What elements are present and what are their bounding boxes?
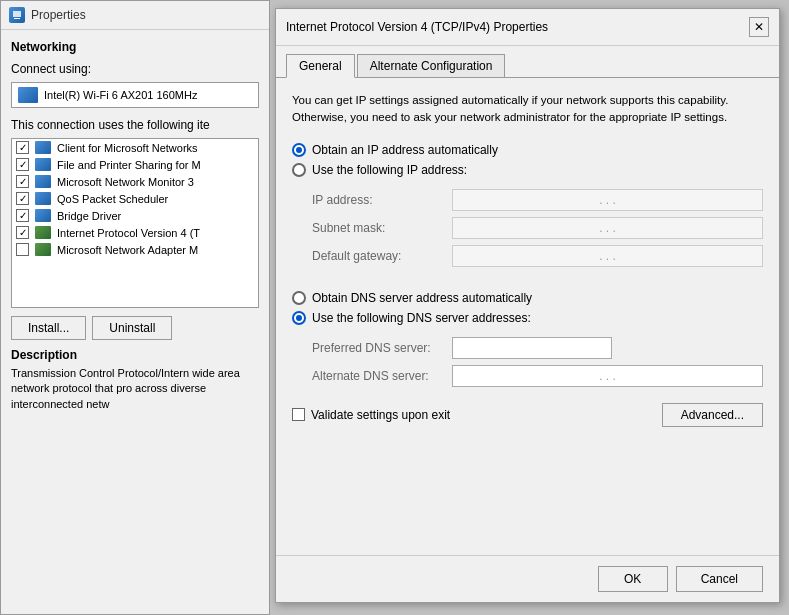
connection-items-label: This connection uses the following ite bbox=[11, 118, 259, 132]
tab-alternate-configuration[interactable]: Alternate Configuration bbox=[357, 54, 506, 78]
radio-use-ip[interactable] bbox=[292, 163, 306, 177]
info-text: You can get IP settings assigned automat… bbox=[292, 92, 763, 127]
default-gateway-row: Default gateway: bbox=[312, 245, 763, 267]
radio-obtain-ip[interactable] bbox=[292, 143, 306, 157]
dns-radio-group: Obtain DNS server address automatically … bbox=[292, 291, 763, 325]
preferred-dns-input[interactable] bbox=[452, 337, 612, 359]
tab-general-label: General bbox=[299, 59, 342, 73]
alternate-dns-row: Alternate DNS server: bbox=[312, 365, 763, 387]
tab-alternate-label: Alternate Configuration bbox=[370, 59, 493, 73]
dialog-title: Internet Protocol Version 4 (TCP/IPv4) P… bbox=[286, 20, 548, 34]
radio-use-dns[interactable] bbox=[292, 311, 306, 325]
list-item[interactable]: Internet Protocol Version 4 (T bbox=[12, 224, 258, 241]
description-label: Description bbox=[11, 348, 259, 362]
adapter-row: Intel(R) Wi-Fi 6 AX201 160MHz bbox=[11, 82, 259, 108]
items-list: Client for Microsoft Networks File and P… bbox=[11, 138, 259, 308]
item-checkbox-6[interactable] bbox=[16, 226, 29, 239]
networking-label: Networking bbox=[11, 40, 259, 54]
subnet-mask-label: Subnet mask: bbox=[312, 221, 452, 235]
validate-row: Validate settings upon exit Advanced... bbox=[292, 403, 763, 427]
list-item[interactable]: Client for Microsoft Networks bbox=[12, 139, 258, 156]
description-text: Transmission Control Protocol/Intern wid… bbox=[11, 366, 259, 412]
item-checkbox-2[interactable] bbox=[16, 158, 29, 171]
close-button[interactable]: ✕ bbox=[749, 17, 769, 37]
item-label-4: QoS Packet Scheduler bbox=[57, 193, 168, 205]
properties-title: Properties bbox=[31, 8, 86, 22]
radio-use-dns-row[interactable]: Use the following DNS server addresses: bbox=[292, 311, 763, 325]
dialog-footer: OK Cancel bbox=[276, 555, 779, 602]
item-label-3: Microsoft Network Monitor 3 bbox=[57, 176, 194, 188]
validate-checkbox-item[interactable]: Validate settings upon exit bbox=[292, 408, 450, 422]
radio-obtain-ip-row[interactable]: Obtain an IP address automatically bbox=[292, 143, 763, 157]
bg-buttons: Install... Uninstall bbox=[11, 316, 259, 340]
alternate-dns-input[interactable] bbox=[452, 365, 763, 387]
adapter-icon bbox=[18, 87, 38, 103]
tab-general[interactable]: General bbox=[286, 54, 355, 78]
svg-rect-0 bbox=[13, 11, 21, 17]
item-label-1: Client for Microsoft Networks bbox=[57, 142, 198, 154]
network-icon-1 bbox=[35, 141, 51, 154]
connect-using-label: Connect using: bbox=[11, 62, 259, 76]
dns-fields: Preferred DNS server: Alternate DNS serv… bbox=[312, 337, 763, 387]
protocol-icon-7 bbox=[35, 243, 51, 256]
ip-address-row: IP address: bbox=[312, 189, 763, 211]
item-checkbox-5[interactable] bbox=[16, 209, 29, 222]
cancel-button[interactable]: Cancel bbox=[676, 566, 763, 592]
dialog-content: You can get IP settings assigned automat… bbox=[276, 78, 779, 441]
validate-checkbox[interactable] bbox=[292, 408, 305, 421]
protocol-icon-6 bbox=[35, 226, 51, 239]
item-checkbox-1[interactable] bbox=[16, 141, 29, 154]
description-section: Description Transmission Control Protoco… bbox=[11, 348, 259, 412]
ip-address-input[interactable] bbox=[452, 189, 763, 211]
radio-obtain-ip-label: Obtain an IP address automatically bbox=[312, 143, 498, 157]
item-label-6: Internet Protocol Version 4 (T bbox=[57, 227, 200, 239]
item-label-2: File and Printer Sharing for M bbox=[57, 159, 201, 171]
network-icon-5 bbox=[35, 209, 51, 222]
tcp-ipv4-dialog: Internet Protocol Version 4 (TCP/IPv4) P… bbox=[275, 8, 780, 603]
properties-titlebar: Properties bbox=[1, 1, 269, 30]
uninstall-button[interactable]: Uninstall bbox=[92, 316, 172, 340]
radio-obtain-dns[interactable] bbox=[292, 291, 306, 305]
alternate-dns-label: Alternate DNS server: bbox=[312, 369, 452, 383]
validate-label: Validate settings upon exit bbox=[311, 408, 450, 422]
list-item[interactable]: Bridge Driver bbox=[12, 207, 258, 224]
item-label-5: Bridge Driver bbox=[57, 210, 121, 222]
ip-address-label: IP address: bbox=[312, 193, 452, 207]
adapter-name: Intel(R) Wi-Fi 6 AX201 160MHz bbox=[44, 89, 197, 101]
radio-obtain-dns-row[interactable]: Obtain DNS server address automatically bbox=[292, 291, 763, 305]
list-item[interactable]: Microsoft Network Monitor 3 bbox=[12, 173, 258, 190]
svg-rect-1 bbox=[14, 18, 20, 19]
install-button[interactable]: Install... bbox=[11, 316, 86, 340]
network-icon-4 bbox=[35, 192, 51, 205]
network-icon-3 bbox=[35, 175, 51, 188]
item-label-7: Microsoft Network Adapter M bbox=[57, 244, 198, 256]
radio-use-ip-row[interactable]: Use the following IP address: bbox=[292, 163, 763, 177]
radio-use-ip-label: Use the following IP address: bbox=[312, 163, 467, 177]
ip-radio-group: Obtain an IP address automatically Use t… bbox=[292, 143, 763, 177]
network-icon-2 bbox=[35, 158, 51, 171]
item-checkbox-4[interactable] bbox=[16, 192, 29, 205]
subnet-mask-row: Subnet mask: bbox=[312, 217, 763, 239]
ok-button[interactable]: OK bbox=[598, 566, 668, 592]
tabs-container: General Alternate Configuration bbox=[276, 46, 779, 78]
radio-obtain-dns-label: Obtain DNS server address automatically bbox=[312, 291, 532, 305]
properties-icon bbox=[9, 7, 25, 23]
item-checkbox-7[interactable] bbox=[16, 243, 29, 256]
preferred-dns-row: Preferred DNS server: bbox=[312, 337, 763, 359]
default-gateway-input[interactable] bbox=[452, 245, 763, 267]
list-item[interactable]: QoS Packet Scheduler bbox=[12, 190, 258, 207]
default-gateway-label: Default gateway: bbox=[312, 249, 452, 263]
subnet-mask-input[interactable] bbox=[452, 217, 763, 239]
list-item[interactable]: File and Printer Sharing for M bbox=[12, 156, 258, 173]
list-item[interactable]: Microsoft Network Adapter M bbox=[12, 241, 258, 258]
properties-window: Properties Networking Connect using: Int… bbox=[0, 0, 270, 615]
preferred-dns-label: Preferred DNS server: bbox=[312, 341, 452, 355]
dns-section: Obtain DNS server address automatically … bbox=[292, 291, 763, 387]
advanced-button[interactable]: Advanced... bbox=[662, 403, 763, 427]
radio-use-dns-label: Use the following DNS server addresses: bbox=[312, 311, 531, 325]
ip-fields: IP address: Subnet mask: Default gateway… bbox=[312, 189, 763, 267]
dialog-titlebar: Internet Protocol Version 4 (TCP/IPv4) P… bbox=[276, 9, 779, 46]
item-checkbox-3[interactable] bbox=[16, 175, 29, 188]
